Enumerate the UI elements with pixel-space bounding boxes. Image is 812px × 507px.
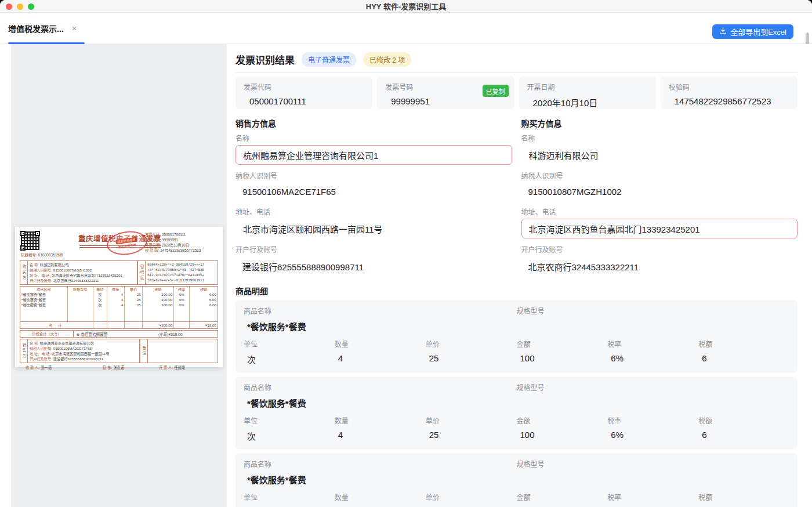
item-tax: 6: [698, 353, 789, 364]
item-card: 商品名称 *餐饮服务*餐费 规格型号 单位次 数量4 单价25 金额100 税率…: [235, 376, 798, 450]
invoice-tax-total-row: 价税合计（大写） ⊗ 叁佰壹拾捌圆整 (小写)¥318.00: [20, 330, 218, 338]
machine-number: 机器编号:010000351585: [21, 252, 63, 258]
password-area: 00664<120+*+2-984159/29<+>17 +8*-62/3/73…: [146, 261, 217, 284]
item-unit: 次: [244, 430, 335, 442]
item-card: 商品名称 *餐饮服务*餐费 规格型号 单位次 数量4 单价25 金额100 税率…: [235, 300, 798, 373]
item-spec: [517, 473, 790, 484]
page-title: 发票识别结果: [235, 52, 295, 67]
buyer-bank-account: 北京农商行32445333322211: [521, 256, 798, 277]
item-rate: 6%: [607, 430, 698, 440]
seller-tax-id: 91500106MA2CE71F65: [235, 183, 512, 201]
item-card: 商品名称 *餐饮服务*餐费 规格型号 单位次 数量4 单价25 金额100 税率…: [235, 453, 798, 507]
item-name: *餐饮服务*餐费: [244, 473, 517, 486]
item-rate: 6%: [607, 353, 698, 364]
export-to-excel-button[interactable]: 全部导出到Excel: [712, 24, 793, 39]
app-window: HYY 软件-发票识别工具 增值税发票示... × 全部导出到Excel 机器编…: [0, 0, 812, 507]
traffic-lights: [6, 3, 34, 10]
seller-name-input[interactable]: 杭州融易算企业管理咨询有限公司1: [235, 145, 512, 165]
invoice-type-badge: 电子普通发票: [302, 52, 356, 67]
titlebar: HYY 软件-发票识别工具: [0, 0, 812, 13]
invoice-meta: 发票代码:050001700111 发票号码:99999951 开票日期:202…: [145, 232, 218, 253]
item-price: 25: [426, 430, 517, 440]
window-title: HYY 软件-发票识别工具: [366, 1, 446, 12]
seller-section: 销售方信息 名称 杭州融易算企业管理咨询有限公司1 纳税人识别号 9150010…: [235, 117, 512, 277]
recognition-result-area: 发票识别结果 电子普通发票 已修改 2 项 发票代码 050001700111 …: [227, 44, 812, 507]
field-card-invoice-number: 发票号码 99999951 已复制: [377, 76, 514, 109]
buyer-address-input[interactable]: 北京海淀区西钓鱼台嘉园北门133923425201: [521, 219, 798, 238]
goods-section-title: 商品明细: [235, 285, 798, 296]
item-tax: 6: [698, 430, 789, 440]
item-qty: 4: [335, 353, 426, 364]
close-window-button[interactable]: [6, 3, 12, 10]
field-card-invoice-code: 发票代码 050001700111: [235, 76, 372, 109]
item-spec: [517, 320, 790, 331]
item-amount: 100: [516, 430, 607, 440]
item-name: *餐饮服务*餐费: [244, 397, 517, 409]
item-spec: [517, 397, 790, 407]
item-amount: 100: [516, 353, 607, 364]
invoice-buyer-box: 购买方 名 称:科游迈利有限公司 纳税人识别号:9150010807MGZH10…: [20, 260, 218, 285]
qr-code: [21, 231, 39, 250]
invoice-footer: 收 款 人:张一诺 复 核:张嘉诺 开 票 人:任晨曦: [20, 365, 218, 370]
invoice-header: 机器编号:010000351585 重庆增值税电子普通发票 国家税务总局 重庆市…: [20, 230, 218, 259]
export-button-label: 全部导出到Excel: [730, 26, 786, 37]
copied-badge: 已复制: [483, 85, 509, 97]
item-name: *餐饮服务*餐费: [244, 320, 517, 332]
close-tab-icon[interactable]: ×: [72, 24, 77, 32]
invoice-seller-box: 销售方 名 称:杭州融易算企业管理咨询有限公司 纳税人识别号:91500106M…: [20, 339, 218, 363]
invoice-image-thumbnail[interactable]: 机器编号:010000351585 重庆增值税电子普通发票 国家税务总局 重庆市…: [15, 227, 223, 367]
seller-bank-account: 建设银行625555888900998711: [235, 256, 512, 277]
item-unit: 次: [244, 353, 335, 365]
buyer-section-title: 购买方信息: [521, 117, 798, 129]
field-card-invoice-date: 开票日期 2020年10月10日: [519, 76, 656, 109]
tab-label: 增值税发票示...: [8, 23, 64, 34]
invoice-preview-panel: 机器编号:010000351585 重庆增值税电子普通发票 国家税务总局 重庆市…: [11, 44, 227, 507]
invoice-items-table: 项目名称 规格型号 单位 数量 单价 金额 税率 税额 *餐饮服务*餐费 次 4…: [20, 286, 218, 329]
item-qty: 4: [335, 430, 426, 440]
modified-count-badge: 已修改 2 项: [363, 52, 411, 67]
download-icon: [719, 27, 727, 37]
buyer-section: 购买方信息 名称 科游迈利有限公司 纳税人识别号 9150010807MGZH1…: [521, 117, 798, 277]
maximize-window-button[interactable]: [28, 3, 34, 10]
item-price: 25: [426, 353, 517, 364]
buyer-name: 科游迈利有限公司: [521, 145, 798, 165]
field-card-check-code: 校验码 14754822929856772523: [661, 76, 798, 109]
seller-address: 北京市海淀区颐和园西路一亩园11号: [235, 219, 512, 238]
tab-invoice-sample[interactable]: 增值税发票示... ×: [8, 13, 85, 44]
minimize-window-button[interactable]: [17, 3, 23, 10]
seller-section-title: 销售方信息: [235, 117, 512, 129]
tab-bar: 增值税发票示... × 全部导出到Excel: [0, 13, 812, 44]
remark-area: [148, 339, 217, 363]
buyer-tax-id: 9150010807MGZH1002: [521, 183, 798, 201]
header-divider: [235, 73, 798, 73]
